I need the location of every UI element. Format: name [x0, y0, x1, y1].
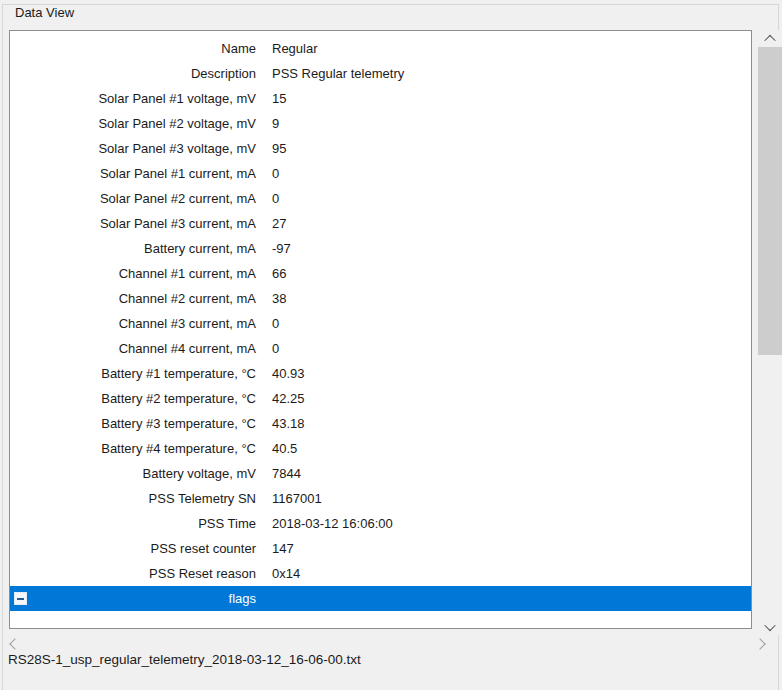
- table-row[interactable]: PSS Time 2018-03-12 16:06:00: [10, 511, 751, 536]
- row-value: 40.5: [272, 441, 297, 456]
- table-row[interactable]: Battery #2 temperature, °C 42.25: [10, 386, 751, 411]
- row-label: PSS Time: [10, 516, 256, 531]
- row-value: -97: [272, 241, 291, 256]
- row-label: Solar Panel #2 current, mA: [10, 191, 256, 206]
- chevron-right-icon: [754, 638, 765, 649]
- flags-group-row[interactable]: flags: [10, 586, 751, 611]
- row-value: 15: [272, 91, 286, 106]
- row-label: PSS Reset reason: [10, 566, 256, 581]
- table-row[interactable]: Channel #2 current, mA 38: [10, 286, 751, 311]
- table-row[interactable]: PSS Reset reason 0x14: [10, 561, 751, 586]
- row-value: 0: [272, 166, 279, 181]
- row-label: Battery #3 temperature, °C: [10, 416, 256, 431]
- chevron-down-icon: [764, 619, 775, 630]
- minus-glyph: [17, 598, 24, 600]
- row-value: 0: [272, 191, 279, 206]
- row-value: 0: [272, 341, 279, 356]
- table-row[interactable]: Channel #1 current, mA 66: [10, 261, 751, 286]
- row-label: Channel #1 current, mA: [10, 266, 256, 281]
- row-label: Solar Panel #3 voltage, mV: [10, 141, 256, 156]
- row-label: Battery #4 temperature, °C: [10, 441, 256, 456]
- groupbox-title: Data View: [10, 5, 79, 21]
- table-row[interactable]: Battery #4 temperature, °C 40.5: [10, 436, 751, 461]
- row-label: Battery #1 temperature, °C: [10, 366, 256, 381]
- row-value: 7844: [272, 466, 301, 481]
- table-row[interactable]: PSS Telemetry SN 1167001: [10, 486, 751, 511]
- row-label: Solar Panel #1 voltage, mV: [10, 91, 256, 106]
- scroll-up-button[interactable]: [758, 30, 782, 47]
- row-label: Battery voltage, mV: [10, 466, 256, 481]
- table-row[interactable]: Battery #3 temperature, °C 43.18: [10, 411, 751, 436]
- loaded-file-name: RS28S-1_usp_regular_telemetry_2018-03-12…: [8, 652, 361, 667]
- row-value: 42.25: [272, 391, 305, 406]
- row-value: 9: [272, 116, 279, 131]
- row-label: PSS Telemetry SN: [10, 491, 256, 506]
- row-label: Channel #4 current, mA: [10, 341, 256, 356]
- table-row[interactable]: Name Regular: [10, 36, 751, 61]
- table-row[interactable]: Battery current, mA -97: [10, 236, 751, 261]
- row-label: Battery current, mA: [10, 241, 256, 256]
- table-row[interactable]: Battery voltage, mV 7844: [10, 461, 751, 486]
- chevron-left-icon: [9, 638, 20, 649]
- table-row[interactable]: Solar Panel #3 voltage, mV 95: [10, 136, 751, 161]
- row-label: Channel #2 current, mA: [10, 291, 256, 306]
- table-row[interactable]: Description PSS Regular telemetry: [10, 61, 751, 86]
- row-value: 147: [272, 541, 294, 556]
- table-row[interactable]: Channel #3 current, mA 0: [10, 311, 751, 336]
- row-value: 0x14: [272, 566, 300, 581]
- row-value: Regular: [272, 41, 318, 56]
- scroll-right-button[interactable]: [751, 635, 768, 652]
- row-label: Solar Panel #1 current, mA: [10, 166, 256, 181]
- vertical-scrollbar-thumb[interactable]: [758, 47, 782, 355]
- table-row[interactable]: Solar Panel #2 current, mA 0: [10, 186, 751, 211]
- table-row[interactable]: Solar Panel #1 current, mA 0: [10, 161, 751, 186]
- row-label: Name: [10, 41, 256, 56]
- row-label: Channel #3 current, mA: [10, 316, 256, 331]
- row-value: 2018-03-12 16:06:00: [272, 516, 393, 531]
- telemetry-data-panel: Name Regular Description PSS Regular tel…: [9, 30, 752, 629]
- row-value: 43.18: [272, 416, 305, 431]
- row-value: PSS Regular telemetry: [272, 66, 404, 81]
- chevron-up-icon: [764, 34, 775, 45]
- table-row[interactable]: PSS reset counter 147: [10, 536, 751, 561]
- table-row[interactable]: Solar Panel #3 current, mA 27: [10, 211, 751, 236]
- table-row[interactable]: Channel #4 current, mA 0: [10, 336, 751, 361]
- table-row[interactable]: Solar Panel #2 voltage, mV 9: [10, 111, 751, 136]
- table-row[interactable]: Solar Panel #1 voltage, mV 15: [10, 86, 751, 111]
- table-row[interactable]: Battery #1 temperature, °C 40.93: [10, 361, 751, 386]
- row-value: 40.93: [272, 366, 305, 381]
- row-label: Battery #2 temperature, °C: [10, 391, 256, 406]
- row-value: 0: [272, 316, 279, 331]
- row-label: Description: [10, 66, 256, 81]
- row-label: Solar Panel #3 current, mA: [10, 216, 256, 231]
- flags-group-label: flags: [10, 591, 256, 606]
- row-value: 95: [272, 141, 286, 156]
- scroll-down-button[interactable]: [758, 618, 782, 635]
- row-value: 27: [272, 216, 286, 231]
- row-label: PSS reset counter: [10, 541, 256, 556]
- scroll-left-button[interactable]: [6, 635, 23, 652]
- row-label: Solar Panel #2 voltage, mV: [10, 116, 256, 131]
- telemetry-rows: Name Regular Description PSS Regular tel…: [10, 31, 751, 586]
- collapse-icon[interactable]: [14, 592, 27, 605]
- row-value: 66: [272, 266, 286, 281]
- row-value: 38: [272, 291, 286, 306]
- row-value: 1167001: [272, 491, 322, 506]
- vertical-scrollbar[interactable]: [758, 30, 782, 635]
